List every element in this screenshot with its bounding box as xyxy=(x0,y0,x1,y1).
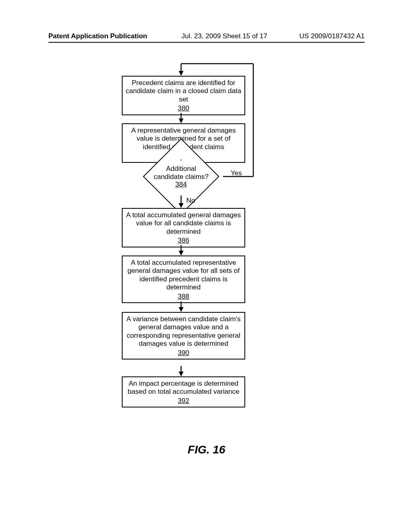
page: Patent Application Publication Jul. 23, … xyxy=(0,0,413,532)
figure-label: FIG. 16 xyxy=(0,443,413,456)
